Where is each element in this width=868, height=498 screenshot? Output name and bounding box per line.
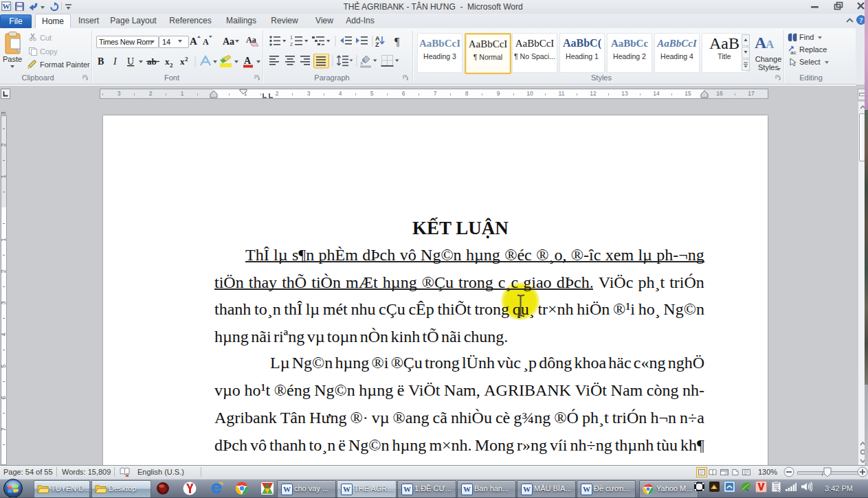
svg-text:B: B	[98, 56, 104, 67]
svg-text:A: A	[244, 56, 252, 66]
svg-text:Aa: Aa	[223, 36, 234, 47]
svg-text:A: A	[766, 38, 775, 51]
svg-text:x: x	[180, 56, 185, 67]
svg-text:W: W	[3, 2, 10, 10]
svg-text:U: U	[127, 56, 134, 67]
svg-text:x: x	[165, 56, 170, 67]
svg-text:?: ?	[860, 16, 863, 24]
svg-text:¶: ¶	[394, 36, 400, 47]
svg-text:A: A	[203, 37, 209, 47]
svg-text:2: 2	[185, 56, 188, 63]
svg-text:2: 2	[290, 42, 293, 47]
svg-text:I: I	[113, 56, 118, 67]
svg-text:A: A	[190, 36, 197, 47]
svg-text:Z: Z	[375, 41, 379, 48]
svg-text:1: 1	[290, 35, 293, 40]
svg-text:2: 2	[170, 62, 173, 69]
svg-text:ac: ac	[790, 49, 796, 54]
